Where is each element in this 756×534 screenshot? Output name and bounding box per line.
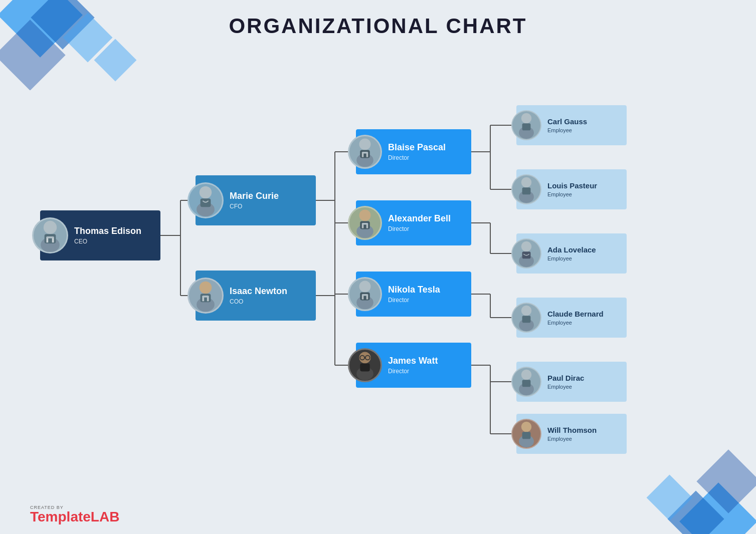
tesla-text: Nikola Tesla Director bbox=[382, 281, 471, 308]
ceo-role: CEO bbox=[74, 238, 154, 245]
svg-point-41 bbox=[359, 138, 370, 150]
svg-rect-40 bbox=[202, 296, 209, 298]
avatar-thomson bbox=[511, 419, 541, 449]
svg-point-26 bbox=[44, 221, 57, 234]
gauss-role: Employee bbox=[547, 127, 621, 133]
svg-rect-55 bbox=[360, 292, 369, 300]
gauss-name: Carl Gauss bbox=[547, 117, 621, 126]
svg-point-53 bbox=[359, 281, 370, 292]
isaac-name: Isaac Newton bbox=[230, 286, 310, 297]
bell-text: Alexander Bell Director bbox=[382, 209, 471, 236]
avatar-bernard bbox=[511, 303, 541, 333]
dirac-text: Paul Dirac Employee bbox=[541, 370, 627, 394]
svg-rect-37 bbox=[201, 294, 211, 302]
node-gauss: Carl Gauss Employee bbox=[516, 105, 627, 145]
svg-rect-61 bbox=[360, 363, 369, 371]
avatar-pasteur bbox=[511, 174, 541, 204]
pasteur-name: Louis Pasteur bbox=[547, 181, 621, 190]
avatar-ceo bbox=[32, 217, 68, 253]
thomson-name: Will Thomson bbox=[547, 426, 621, 435]
avatar-isaac bbox=[187, 278, 224, 314]
watt-text: James Watt Director bbox=[382, 352, 471, 379]
svg-point-68 bbox=[521, 177, 532, 188]
marie-role: CFO bbox=[230, 203, 310, 210]
ceo-text: Thomas Edison CEO bbox=[68, 222, 160, 249]
svg-point-80 bbox=[521, 422, 532, 432]
tesla-role: Director bbox=[388, 297, 465, 304]
svg-rect-52 bbox=[362, 223, 368, 225]
svg-rect-76 bbox=[522, 316, 531, 323]
svg-rect-31 bbox=[46, 236, 54, 238]
svg-rect-46 bbox=[362, 152, 368, 154]
page-title: ORGANIZATIONAL CHART bbox=[0, 14, 756, 38]
bernard-role: Employee bbox=[547, 320, 621, 326]
gauss-text: Carl Gauss Employee bbox=[541, 113, 627, 137]
node-ceo: Thomas Edison CEO bbox=[40, 210, 160, 260]
brand-name: TemplateLAB bbox=[30, 509, 119, 524]
node-bernard: Claude Bernard Employee bbox=[516, 298, 627, 338]
node-pasteur: Louis Pasteur Employee bbox=[516, 169, 627, 209]
svg-rect-58 bbox=[362, 294, 368, 296]
lovelace-role: Employee bbox=[547, 255, 621, 261]
svg-point-35 bbox=[200, 282, 212, 294]
svg-point-65 bbox=[521, 113, 532, 124]
avatar-marie bbox=[187, 182, 224, 218]
avatar-tesla bbox=[348, 277, 382, 311]
node-watt: James Watt Director bbox=[356, 343, 471, 388]
node-lovelace: Ada Lovelace Employee bbox=[516, 233, 627, 274]
svg-rect-49 bbox=[360, 221, 369, 229]
svg-point-71 bbox=[521, 241, 532, 252]
svg-rect-70 bbox=[522, 187, 531, 194]
svg-rect-79 bbox=[522, 380, 531, 387]
svg-rect-43 bbox=[360, 150, 369, 158]
pascal-role: Director bbox=[388, 154, 465, 161]
bell-name: Alexander Bell bbox=[388, 213, 465, 224]
avatar-watt bbox=[348, 348, 382, 382]
pasteur-role: Employee bbox=[547, 191, 621, 197]
avatar-lovelace bbox=[511, 238, 541, 269]
chart-area: Thomas Edison CEO Marie Curie CFO bbox=[25, 55, 731, 494]
svg-point-74 bbox=[521, 306, 532, 316]
svg-point-47 bbox=[359, 209, 370, 221]
avatar-gauss bbox=[511, 110, 541, 140]
node-tesla: Nikola Tesla Director bbox=[356, 272, 471, 317]
bell-role: Director bbox=[388, 225, 465, 232]
thomson-role: Employee bbox=[547, 436, 621, 442]
svg-rect-67 bbox=[522, 123, 531, 130]
pascal-text: Blaise Pascal Director bbox=[382, 138, 471, 165]
isaac-text: Isaac Newton COO bbox=[224, 282, 316, 309]
node-pascal: Blaise Pascal Director bbox=[356, 129, 471, 174]
node-dirac: Paul Dirac Employee bbox=[516, 362, 627, 402]
avatar-dirac bbox=[511, 367, 541, 397]
lovelace-text: Ada Lovelace Employee bbox=[541, 241, 627, 265]
thomson-text: Will Thomson Employee bbox=[541, 422, 627, 446]
tesla-name: Nikola Tesla bbox=[388, 285, 465, 296]
node-thomson: Will Thomson Employee bbox=[516, 414, 627, 454]
node-isaac: Isaac Newton COO bbox=[196, 271, 316, 321]
brand-logo: TemplateLAB bbox=[30, 510, 119, 524]
pascal-name: Blaise Pascal bbox=[388, 142, 465, 153]
dirac-role: Employee bbox=[547, 384, 621, 390]
bernard-text: Claude Bernard Employee bbox=[541, 306, 627, 330]
avatar-pascal bbox=[348, 135, 382, 169]
marie-text: Marie Curie CFO bbox=[224, 187, 316, 214]
bernard-name: Claude Bernard bbox=[547, 310, 621, 319]
watt-name: James Watt bbox=[388, 356, 465, 367]
lovelace-name: Ada Lovelace bbox=[547, 245, 621, 254]
svg-point-32 bbox=[200, 186, 212, 199]
branding: CREATED BY TemplateLAB bbox=[30, 505, 119, 524]
svg-point-77 bbox=[521, 370, 532, 380]
ceo-name: Thomas Edison bbox=[74, 226, 154, 237]
dirac-name: Paul Dirac bbox=[547, 374, 621, 383]
watt-role: Director bbox=[388, 368, 465, 375]
marie-name: Marie Curie bbox=[230, 191, 310, 202]
svg-rect-82 bbox=[522, 432, 531, 439]
node-marie: Marie Curie CFO bbox=[196, 175, 316, 225]
node-bell: Alexander Bell Director bbox=[356, 200, 471, 245]
pasteur-text: Louis Pasteur Employee bbox=[541, 177, 627, 201]
avatar-bell bbox=[348, 206, 382, 240]
isaac-role: COO bbox=[230, 298, 310, 305]
svg-rect-28 bbox=[45, 234, 56, 243]
